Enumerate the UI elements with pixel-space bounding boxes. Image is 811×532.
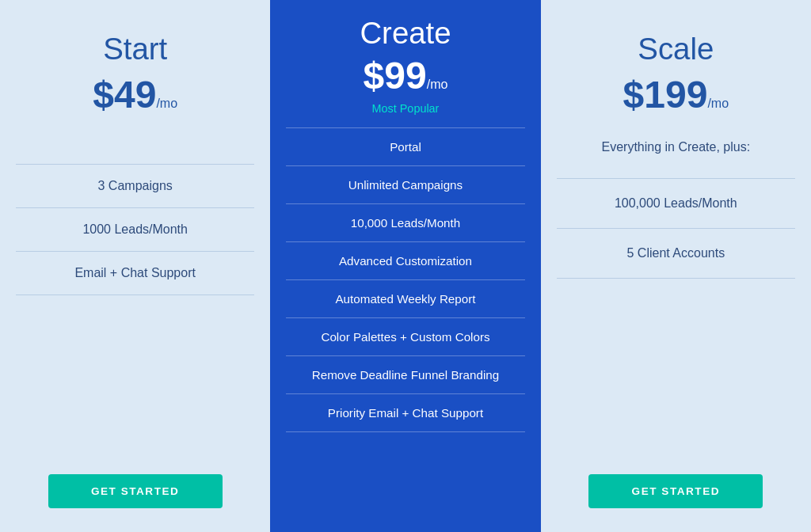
scale-price-whole: $199 [623,74,708,116]
scale-get-started-button[interactable]: GET STARTED [588,474,763,508]
create-feature-1: Unlimited Campaigns [286,165,524,203]
plan-scale: Scale $199/mo Everything in Create, plus… [541,0,811,532]
create-price-per: /mo [427,78,448,91]
create-feature-0: Portal [286,127,524,165]
create-feature-7: Priority Email + Chat Support [286,393,524,432]
scale-features-list: 100,000 Leads/Month 5 Client Accounts [557,178,795,443]
start-feature-2: Email + Chat Support [16,251,254,295]
start-features-list: 3 Campaigns 1000 Leads/Month Email + Cha… [16,164,254,443]
start-feature-1: 1000 Leads/Month [16,207,254,251]
create-plan-price: $99/mo [364,54,448,97]
pricing-container: Start $49/mo 3 Campaigns 1000 Leads/Mont… [0,0,811,532]
scale-price-per: /mo [707,97,729,110]
start-plan-name: Start [103,32,167,66]
scale-plan-price: $199/mo [623,73,729,116]
create-feature-2: 10,000 Leads/Month [286,203,524,241]
scale-everything-plus: Everything in Create, plus: [601,140,750,154]
start-feature-0: 3 Campaigns [16,164,254,207]
create-feature-4: Automated Weekly Report [286,279,524,317]
plan-create: Create $99/mo Most Popular Portal Unlimi… [270,0,540,532]
create-features-list: Portal Unlimited Campaigns 10,000 Leads/… [286,127,524,508]
start-price-per: /mo [156,97,177,110]
scale-feature-0: 100,000 Leads/Month [557,178,795,228]
scale-plan-name: Scale [638,32,714,66]
start-get-started-button[interactable]: GET STARTED [48,474,223,508]
create-most-popular-badge: Most Popular [372,102,440,115]
plan-start: Start $49/mo 3 Campaigns 1000 Leads/Mont… [0,0,270,532]
create-feature-6: Remove Deadline Funnel Branding [286,355,524,393]
create-price-whole: $99 [364,55,427,97]
start-plan-price: $49/mo [93,73,177,116]
create-feature-5: Color Palettes + Custom Colors [286,317,524,355]
create-feature-3: Advanced Customization [286,241,524,279]
start-price-whole: $49 [93,74,156,116]
create-plan-name: Create [360,16,451,51]
scale-feature-1: 5 Client Accounts [557,228,795,279]
